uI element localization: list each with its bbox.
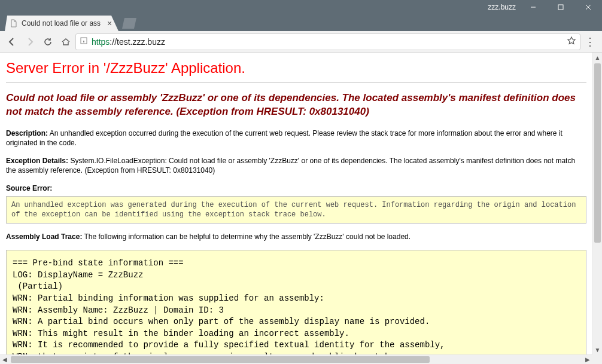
trace-line: Assembly Load Trace: The following infor… <box>6 232 586 241</box>
vertical-scrollbar[interactable]: ▲ ▼ <box>592 53 602 354</box>
horizontal-scroll-thumb[interactable] <box>11 356 430 363</box>
error-title: Server Error in '/ZzzBuzz' Application. <box>6 60 586 77</box>
page-viewport: Server Error in '/ZzzBuzz' Application. … <box>0 53 592 354</box>
browser-menu-button[interactable]: ⋮ <box>582 33 598 50</box>
browser-toolbar: https://test.zzz.buzz ⋮ <box>0 31 602 53</box>
svg-rect-1 <box>558 5 563 10</box>
error-page: Server Error in '/ZzzBuzz' Application. … <box>0 53 592 354</box>
tab-close-button[interactable]: × <box>105 19 114 27</box>
trace-text: The following information can be helpful… <box>84 233 411 241</box>
tab-strip: Could not load file or ass × <box>0 14 602 31</box>
minimize-button[interactable] <box>519 0 547 14</box>
window-title: zzz.buzz <box>488 3 519 11</box>
address-bar[interactable]: https://test.zzz.buzz <box>75 33 580 50</box>
scroll-down-button[interactable]: ▼ <box>593 345 602 354</box>
scroll-up-button[interactable]: ▲ <box>593 53 602 62</box>
back-button[interactable] <box>4 33 20 50</box>
divider <box>6 82 586 83</box>
exception-label: Exception Details: <box>6 157 68 165</box>
tab-title: Could not load file or ass <box>22 19 102 27</box>
scroll-left-button[interactable]: ◀ <box>0 355 10 364</box>
url-text: https://test.zzz.buzz <box>92 37 563 47</box>
bookmark-star-icon[interactable] <box>567 36 576 47</box>
reload-button[interactable] <box>39 33 56 50</box>
description-line: Description: An unhandled exception occu… <box>6 129 586 148</box>
trace-label: Assembly Load Trace: <box>6 233 82 241</box>
vertical-scroll-thumb[interactable] <box>594 63 601 243</box>
home-button[interactable] <box>57 33 74 50</box>
source-error-box: An unhandled exception was generated dur… <box>6 196 586 224</box>
forward-button[interactable] <box>22 33 38 50</box>
page-icon <box>10 19 18 27</box>
url-rest: ://test.zzz.buzz <box>110 37 165 47</box>
site-info-icon[interactable] <box>80 36 88 47</box>
maximize-button[interactable] <box>547 0 574 14</box>
scrollbar-corner <box>592 354 602 364</box>
browser-tab[interactable]: Could not load file or ass × <box>5 16 118 31</box>
description-label: Description: <box>6 129 48 137</box>
window-titlebar: zzz.buzz <box>0 0 602 14</box>
source-error-label: Source Error: <box>6 184 586 192</box>
error-subtitle: Could not load file or assembly 'ZzzBuzz… <box>6 91 586 119</box>
new-tab-button[interactable] <box>122 18 136 29</box>
horizontal-scrollbar[interactable]: ◀ ▶ <box>0 354 592 364</box>
description-text: An unhandled exception occurred during t… <box>6 129 563 147</box>
url-scheme: https <box>92 37 110 47</box>
assembly-load-trace-box: === Pre-bind state information === LOG: … <box>6 250 586 354</box>
close-window-button[interactable] <box>574 0 602 14</box>
exception-line: Exception Details: System.IO.FileLoadExc… <box>6 156 586 175</box>
exception-text: System.IO.FileLoadException: Could not l… <box>6 157 575 175</box>
scroll-right-button[interactable]: ▶ <box>583 355 592 364</box>
